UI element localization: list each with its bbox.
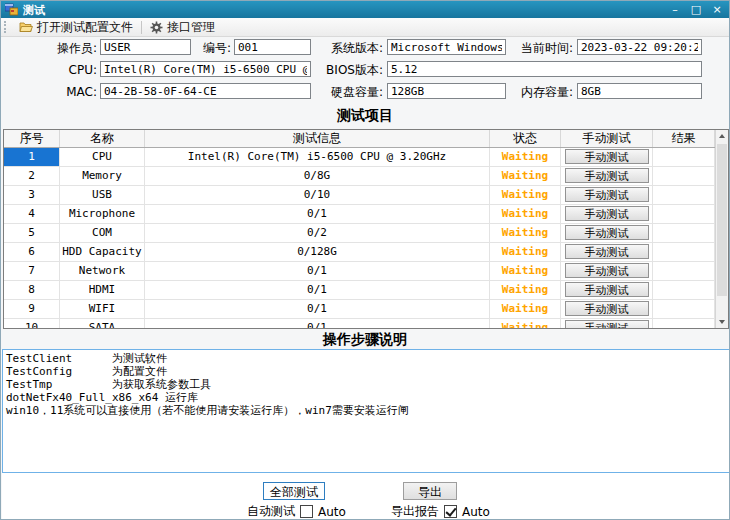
hdd-input[interactable] bbox=[387, 83, 506, 99]
export-report-option-label: Auto bbox=[462, 505, 490, 519]
manual-test-button[interactable]: 手动测试 bbox=[565, 168, 649, 183]
table-row[interactable]: 5 COM 0/2 Waiting 手动测试 bbox=[4, 224, 728, 243]
row-no: 4 bbox=[4, 205, 60, 223]
cpu-input[interactable] bbox=[100, 61, 311, 77]
steps-textbox[interactable]: TestClient 为测试软件 TestConfig 为配置文件 TestTm… bbox=[2, 349, 730, 473]
header-status: 状态 bbox=[490, 130, 561, 147]
scroll-down-button[interactable] bbox=[716, 315, 728, 328]
row-no: 3 bbox=[4, 186, 60, 204]
scrollbar-thumb[interactable] bbox=[717, 144, 727, 296]
row-info: 0/2 bbox=[145, 224, 490, 242]
table-row[interactable]: 3 USB 0/10 Waiting 手动测试 bbox=[4, 186, 728, 205]
row-status: Waiting bbox=[490, 167, 561, 185]
row-name: Network bbox=[60, 262, 145, 280]
row-status: Waiting bbox=[490, 224, 561, 242]
operator-label: 操作员: bbox=[21, 40, 97, 56]
export-report-checkbox[interactable] bbox=[444, 505, 457, 518]
manual-test-button[interactable]: 手动测试 bbox=[565, 244, 649, 259]
row-name: Microphone bbox=[60, 205, 145, 223]
open-folder-icon bbox=[19, 21, 33, 33]
table-row[interactable]: 1 CPU Intel(R) Core(TM) i5-6500 CPU @ 3.… bbox=[4, 148, 728, 167]
toolbar: 打开测试配置文件 接口管理 bbox=[1, 18, 729, 37]
manual-test-button[interactable]: 手动测试 bbox=[565, 149, 649, 164]
test-table-title: 测试项目 bbox=[1, 107, 729, 125]
row-status: Waiting bbox=[490, 262, 561, 280]
export-button[interactable]: 导出 bbox=[403, 482, 457, 500]
steps-title: 操作步骤说明 bbox=[1, 331, 729, 349]
test-all-button[interactable]: 全部测试 bbox=[263, 482, 325, 500]
row-name: WIFI bbox=[60, 300, 145, 318]
row-status: Waiting bbox=[490, 300, 561, 318]
time-input[interactable] bbox=[577, 39, 702, 55]
bios-input[interactable] bbox=[387, 61, 702, 77]
export-report-label: 导出报告 bbox=[391, 503, 439, 520]
window-title: 测试 bbox=[23, 3, 45, 18]
hdd-label: 硬盘容量: bbox=[319, 84, 383, 100]
row-no: 1 bbox=[4, 148, 60, 166]
gear-icon bbox=[150, 21, 163, 34]
row-result bbox=[653, 148, 715, 166]
manual-test-button[interactable]: 手动测试 bbox=[565, 301, 649, 316]
minimize-button[interactable]: – bbox=[669, 2, 681, 17]
mac-input[interactable] bbox=[100, 83, 311, 99]
row-status: Waiting bbox=[490, 281, 561, 299]
operator-input[interactable] bbox=[100, 39, 191, 55]
header-result: 结果 bbox=[653, 130, 715, 147]
table-scrollbar[interactable] bbox=[715, 130, 728, 328]
auto-test-label: 自动测试 bbox=[247, 503, 295, 520]
interface-manage-button[interactable]: 接口管理 bbox=[144, 19, 221, 35]
manual-test-button[interactable]: 手动测试 bbox=[565, 206, 649, 221]
row-status: Waiting bbox=[490, 205, 561, 223]
table-row[interactable]: 10 SATA 0/1 Waiting 手动测试 bbox=[4, 319, 728, 329]
manual-test-button[interactable]: 手动测试 bbox=[565, 282, 649, 297]
row-no: 8 bbox=[4, 281, 60, 299]
row-result bbox=[653, 262, 715, 280]
test-table-header: 序号 名称 测试信息 状态 手动测试 结果 bbox=[4, 130, 728, 148]
row-info: 0/1 bbox=[145, 281, 490, 299]
manual-test-button[interactable]: 手动测试 bbox=[565, 320, 649, 329]
row-no: 5 bbox=[4, 224, 60, 242]
titlebar[interactable]: 测试 – □ × bbox=[1, 1, 729, 18]
row-name: USB bbox=[60, 186, 145, 204]
table-row[interactable]: 2 Memory 0/8G Waiting 手动测试 bbox=[4, 167, 728, 186]
row-result bbox=[653, 224, 715, 242]
row-result bbox=[653, 281, 715, 299]
app-window: 测试 – □ × 打开测试配置文件 bbox=[0, 0, 730, 520]
row-no: 7 bbox=[4, 262, 60, 280]
maximize-button[interactable]: □ bbox=[690, 2, 702, 17]
manual-test-button[interactable]: 手动测试 bbox=[565, 263, 649, 278]
table-row[interactable]: 7 Network 0/1 Waiting 手动测试 bbox=[4, 262, 728, 281]
auto-test-checkbox[interactable] bbox=[300, 505, 313, 518]
os-input[interactable] bbox=[387, 39, 506, 55]
row-info: 0/128G bbox=[145, 243, 490, 261]
scroll-up-icon bbox=[719, 134, 725, 138]
scroll-up-button[interactable] bbox=[716, 130, 728, 143]
open-config-button[interactable]: 打开测试配置文件 bbox=[13, 19, 139, 35]
interface-manage-label: 接口管理 bbox=[167, 19, 215, 36]
header-manual: 手动测试 bbox=[561, 130, 653, 147]
manual-test-button[interactable]: 手动测试 bbox=[565, 225, 649, 240]
row-info: 0/8G bbox=[145, 167, 490, 185]
mac-label: MAC: bbox=[21, 84, 97, 100]
manual-test-button[interactable]: 手动测试 bbox=[565, 187, 649, 202]
row-status: Waiting bbox=[490, 243, 561, 261]
table-row[interactable]: 6 HDD Capacity 0/128G Waiting 手动测试 bbox=[4, 243, 728, 262]
serial-input[interactable] bbox=[234, 39, 311, 55]
row-result bbox=[653, 167, 715, 185]
table-row[interactable]: 8 HDMI 0/1 Waiting 手动测试 bbox=[4, 281, 728, 300]
header-name: 名称 bbox=[60, 130, 145, 147]
row-no: 9 bbox=[4, 300, 60, 318]
close-button[interactable]: × bbox=[711, 2, 723, 17]
serial-label: 编号: bbox=[197, 40, 231, 56]
cpu-label: CPU: bbox=[21, 62, 97, 78]
toolbar-grip bbox=[4, 21, 9, 33]
app-icon bbox=[5, 3, 18, 16]
bios-label: BIOS版本: bbox=[319, 62, 383, 78]
ram-input[interactable] bbox=[577, 83, 702, 99]
row-result bbox=[653, 205, 715, 223]
test-table: 序号 名称 测试信息 状态 手动测试 结果 1 CPU Intel(R) Cor… bbox=[3, 129, 729, 329]
time-label: 当前时间: bbox=[509, 40, 573, 56]
table-row[interactable]: 9 WIFI 0/1 Waiting 手动测试 bbox=[4, 300, 728, 319]
row-result bbox=[653, 300, 715, 318]
table-row[interactable]: 4 Microphone 0/1 Waiting 手动测试 bbox=[4, 205, 728, 224]
